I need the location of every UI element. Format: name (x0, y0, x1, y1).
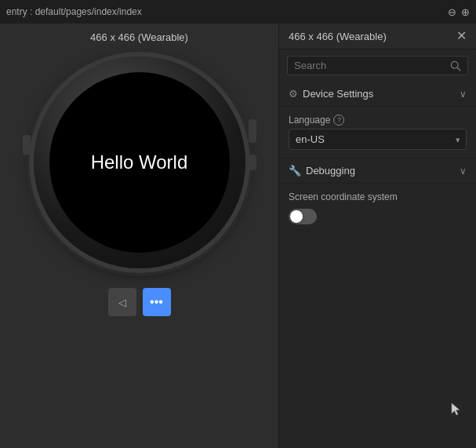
cursor-area (279, 232, 476, 448)
device-settings-header-left: ⚙ Device Settings (289, 88, 373, 100)
left-panel: 466 x 466 (Wearable) Hello World ◁ ••• (0, 24, 278, 448)
device-settings-content: Language ? en-US ko-KR zh-CN ja-JP de-DE… (279, 107, 476, 158)
language-select[interactable]: en-US ko-KR zh-CN ja-JP de-DE fr-FR (289, 129, 467, 150)
main-content: 466 x 466 (Wearable) Hello World ◁ ••• (0, 24, 476, 448)
toggle-knob (290, 210, 303, 223)
more-button[interactable]: ••• (143, 288, 171, 316)
debugging-content: Screen coordinate system (279, 184, 476, 232)
back-icon: ◁ (118, 297, 126, 308)
more-icon: ••• (150, 295, 163, 309)
debug-icon: 🔧 (289, 165, 301, 177)
zoom-out-icon[interactable]: ⊖ (448, 6, 456, 18)
language-info-icon[interactable]: ? (333, 115, 344, 126)
watch-bezel: Hello World (34, 56, 245, 268)
language-label: Language (289, 115, 330, 126)
search-icon (450, 60, 461, 71)
top-bar-controls: ⊖ ⊕ (448, 6, 470, 18)
debugging-chevron: ∨ (460, 166, 467, 177)
watch-container: Hello World (30, 53, 249, 272)
watch-screen: Hello World (49, 72, 230, 253)
device-label: 466 x 466 (Wearable) (90, 31, 188, 43)
language-select-wrapper: en-US ko-KR zh-CN ja-JP de-DE fr-FR ▾ (289, 129, 467, 150)
right-header: 466 x 466 (Wearable) ✕ (279, 24, 476, 49)
watch-btn-top-right (249, 119, 256, 143)
device-settings-header[interactable]: ⚙ Device Settings ∨ (279, 82, 476, 107)
right-panel-title: 466 x 466 (Wearable) (289, 31, 387, 42)
search-input[interactable] (294, 60, 445, 71)
debugging-header-left: 🔧 Debugging (289, 165, 355, 177)
top-bar: entry : default/pages/index/index ⊖ ⊕ (0, 0, 476, 24)
debugging-label: Debugging (306, 165, 355, 177)
bottom-controls: ◁ ••• (108, 288, 171, 324)
svg-line-1 (457, 67, 460, 71)
watch-btn-bottom-right (249, 155, 256, 170)
zoom-in-icon[interactable]: ⊕ (461, 6, 470, 18)
watch-btn-left (23, 135, 31, 155)
screen-coordinate-toggle[interactable] (289, 209, 317, 224)
search-container (279, 49, 476, 82)
breadcrumb: entry : default/pages/index/index (6, 6, 142, 17)
device-settings-chevron: ∨ (460, 89, 467, 100)
device-settings-label: Device Settings (303, 88, 373, 100)
debugging-header[interactable]: 🔧 Debugging ∨ (279, 158, 476, 184)
right-panel: 466 x 466 (Wearable) ✕ ⚙ Device Settings… (278, 24, 476, 448)
search-box (287, 56, 468, 75)
gear-icon: ⚙ (289, 88, 298, 100)
screen-coordinate-label: Screen coordinate system (289, 191, 467, 202)
breadcrumb-area: entry : default/pages/index/index (6, 6, 142, 17)
back-button[interactable]: ◁ (108, 288, 136, 316)
close-panel-button[interactable]: ✕ (456, 30, 467, 42)
hello-world-text: Hello World (91, 151, 188, 173)
language-label-row: Language ? (289, 115, 467, 126)
cursor-icon (451, 402, 460, 417)
